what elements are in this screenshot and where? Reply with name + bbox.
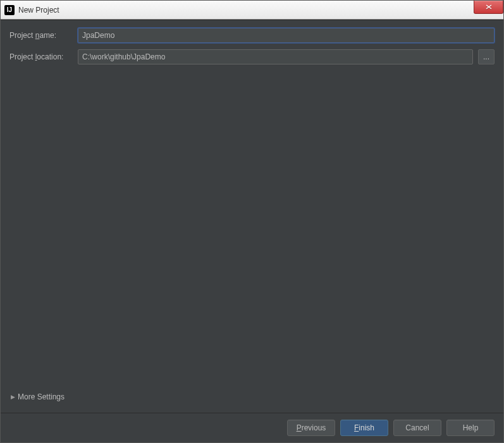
dialog-footer: Previous Finish Cancel Help xyxy=(1,413,503,442)
project-name-row: Project name: xyxy=(9,28,495,43)
titlebar[interactable]: IJ New Project xyxy=(1,1,503,20)
new-project-dialog: IJ New Project Project name: Project loc… xyxy=(0,0,504,443)
project-name-label: Project name: xyxy=(9,31,73,40)
help-button[interactable]: Help xyxy=(446,420,495,436)
more-settings-label: More Settings xyxy=(18,392,65,401)
project-name-input[interactable] xyxy=(78,28,495,43)
cancel-button[interactable]: Cancel xyxy=(393,420,441,436)
browse-location-button[interactable]: ... xyxy=(478,49,495,64)
project-location-row: Project location: ... xyxy=(9,49,495,64)
previous-button[interactable]: Previous xyxy=(287,420,335,436)
close-icon xyxy=(486,4,492,9)
window-controls xyxy=(474,1,503,14)
project-location-input[interactable] xyxy=(78,49,473,64)
more-settings-toggle[interactable]: ▶ More Settings xyxy=(9,387,495,413)
content-spacer xyxy=(9,71,495,387)
chevron-right-icon: ▶ xyxy=(11,394,15,400)
project-location-label: Project location: xyxy=(9,52,73,61)
finish-button[interactable]: Finish xyxy=(340,420,388,436)
close-button[interactable] xyxy=(474,1,503,14)
window-title: New Project xyxy=(18,6,59,15)
app-icon: IJ xyxy=(4,5,15,15)
dialog-content: Project name: Project location: ... ▶ Mo… xyxy=(1,20,503,413)
